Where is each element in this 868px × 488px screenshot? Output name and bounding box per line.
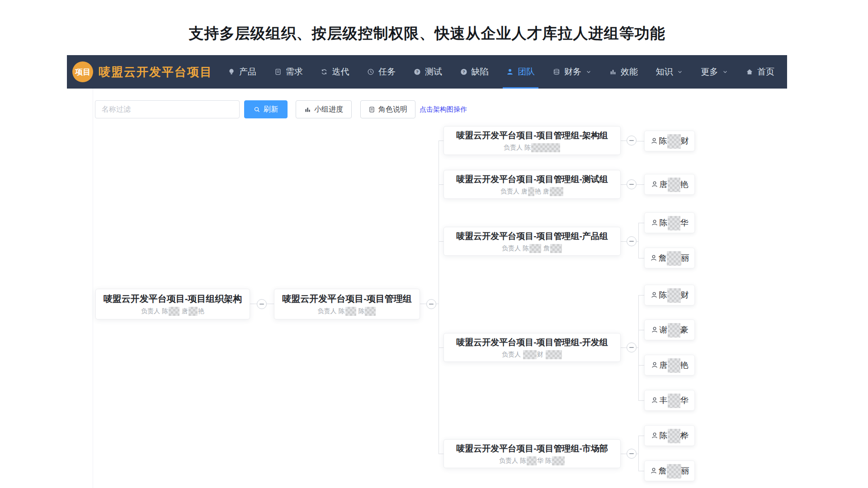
text-fragment: 艳 [198, 307, 204, 315]
redacted-mosaic [668, 216, 680, 230]
node-leader: 负责人 陈华 陈 [499, 457, 565, 465]
member-node[interactable]: 谢豪 [644, 319, 695, 340]
nav-item-tasks[interactable]: 任务 [367, 55, 396, 89]
text-fragment: 豪 [680, 325, 689, 334]
chevron-down-icon [586, 69, 591, 75]
member-node[interactable]: 唐艳 [644, 174, 695, 195]
member-name: 詹丽 [659, 253, 689, 263]
text-fragment: 负责人 唐 [500, 188, 528, 196]
connector-line [638, 436, 644, 436]
nav-item-requirements[interactable]: 需求 [274, 55, 303, 89]
redacted-mosaic [169, 307, 179, 316]
redacted-mosaic [668, 429, 680, 443]
redacted-mosaic [667, 251, 681, 266]
diagram-operations-link[interactable]: 点击架构图操作 [420, 100, 467, 118]
connector-line [638, 223, 644, 223]
connector-line [621, 454, 627, 454]
minus-icon [629, 140, 634, 141]
refresh-button[interactable]: 刷新 [244, 100, 288, 118]
member-node[interactable]: 陈财 [644, 285, 695, 305]
node-title: 唛盟云开发平台项目-项目管理组-开发组 [456, 337, 608, 348]
member-name: 詹丽 [659, 465, 689, 476]
text-fragment: 唐 [660, 361, 668, 370]
connector-line [638, 295, 639, 401]
person-outline-icon [651, 137, 658, 145]
collapse-toggle[interactable] [627, 343, 637, 352]
connector-line [250, 304, 257, 304]
collapse-toggle[interactable] [426, 299, 436, 309]
member-node[interactable]: 唐艳 [644, 355, 695, 375]
nav-item-product[interactable]: 产品 [228, 55, 256, 89]
collapse-toggle[interactable] [257, 299, 267, 309]
connector-line [638, 295, 644, 296]
connector-line [439, 347, 443, 348]
nav-label: 知识 [656, 66, 673, 78]
search-icon [254, 106, 260, 113]
redacted-mosaic [531, 143, 560, 152]
person-outline-icon [650, 254, 657, 262]
minus-icon [259, 304, 264, 305]
group-node-product[interactable]: 唛盟云开发平台项目-项目管理组-产品组 负责人 陈 詹 [443, 227, 621, 256]
text-fragment: 财 [537, 351, 545, 359]
home-icon [746, 68, 753, 75]
group-node-testing[interactable]: 唛盟云开发平台项目-项目管理组-测试组 负责人 唐艳 唐 [443, 170, 621, 199]
node-title: 唛盟云开发平台项目-项目管理组-市场部 [456, 443, 608, 455]
person-outline-icon [651, 181, 658, 188]
nav-item-defects[interactable]: ? 缺陷 [460, 55, 489, 89]
nav-item-testing[interactable]: ? 测试 [414, 55, 442, 89]
member-node[interactable]: 詹丽 [644, 460, 695, 481]
redacted-mosaic [668, 358, 680, 373]
mgmt-group-node[interactable]: 唛盟云开发平台项目-项目管理组 负责人 陈 陈 [274, 289, 420, 319]
member-node[interactable]: 陈桦 [644, 425, 695, 446]
person-outline-icon [651, 291, 658, 299]
nav-label: 需求 [286, 66, 303, 78]
node-leader: 负责人 陈 陈 [318, 307, 377, 315]
svg-text:?: ? [462, 69, 465, 74]
nav-item-more[interactable]: 更多 [701, 55, 728, 89]
redacted-mosaic [345, 307, 356, 316]
member-name: 唐艳 [660, 360, 689, 371]
content-panel-divider [93, 89, 93, 488]
page: 支持多层级组织、按层级控制权限、快速从企业人才库拉人进组等功能 项目 唛盟云开发… [0, 0, 868, 488]
node-leader: 负责人 陈 詹 [502, 244, 562, 253]
group-node-marketing[interactable]: 唛盟云开发平台项目-项目管理组-市场部 负责人 陈华 陈 [443, 439, 621, 468]
text-fragment: 财 [681, 136, 689, 145]
nav-item-performance[interactable]: 效能 [609, 55, 638, 89]
collapse-toggle[interactable] [627, 179, 637, 189]
text-fragment: 丽 [681, 253, 689, 263]
nav-item-home[interactable]: 首页 [746, 55, 774, 89]
redacted-mosaic [668, 323, 680, 338]
member-node[interactable]: 丰华 [644, 390, 695, 411]
chevron-down-icon [722, 69, 728, 75]
collapse-toggle[interactable] [627, 449, 637, 459]
nav-item-finance[interactable]: 财务 [553, 55, 591, 89]
nav-item-team[interactable]: 团队 [506, 55, 535, 89]
redacted-mosaic [552, 456, 565, 465]
member-node[interactable]: 詹丽 [644, 248, 695, 268]
nav-item-iteration[interactable]: 迭代 [321, 55, 349, 89]
nav-item-knowledge[interactable]: 知识 [656, 55, 683, 89]
connector-line [638, 223, 639, 258]
text-fragment: 华 [680, 396, 689, 405]
text-fragment: 负责人 陈 [504, 144, 531, 152]
group-node-architecture[interactable]: 唛盟云开发平台项目-项目管理组-架构组 负责人 陈 [443, 126, 621, 155]
member-name: 谢豪 [660, 324, 689, 335]
group-node-development[interactable]: 唛盟云开发平台项目-项目管理组-开发组 负责人 财 [443, 333, 621, 362]
person-outline-icon [651, 397, 658, 404]
redacted-mosaic [667, 288, 681, 303]
node-title: 唛盟云开发平台项目-项目管理组-架构组 [456, 130, 608, 141]
org-root-node[interactable]: 唛盟云开发平台项目-项目组织架构 负责人 陈 唐艳 [95, 289, 250, 319]
member-node[interactable]: 陈华 [644, 212, 695, 233]
group-progress-button[interactable]: 小组进度 [296, 100, 352, 118]
member-node[interactable]: 陈财 [644, 131, 695, 151]
redacted-mosaic [668, 178, 680, 192]
text-fragment: 负责人 陈 [318, 307, 345, 315]
text-fragment: 谢 [660, 325, 668, 334]
role-description-button[interactable]: 角色说明 [360, 100, 415, 118]
page-title: 支持多层级组织、按层级控制权限、快速从企业人才库拉人进组等功能 [67, 23, 787, 44]
nav-label: 财务 [564, 66, 581, 78]
collapse-toggle[interactable] [627, 136, 637, 145]
name-filter-input[interactable] [95, 100, 240, 118]
collapse-toggle[interactable] [627, 236, 637, 246]
redacted-mosaic [365, 307, 376, 316]
